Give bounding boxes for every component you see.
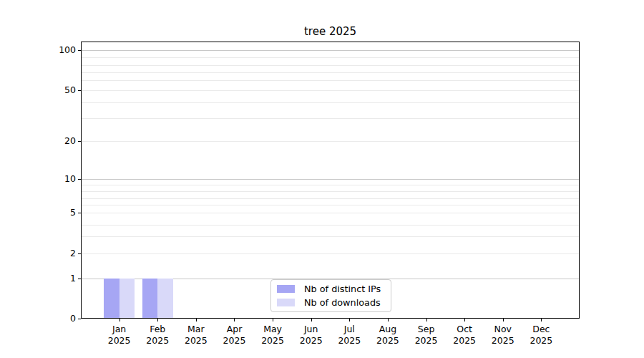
bar-distinct-ips — [142, 279, 157, 319]
y-tick-label: 2 — [29, 248, 76, 259]
gridline-minor — [81, 72, 580, 73]
gridline-minor — [81, 141, 580, 142]
x-tick-mark — [119, 319, 120, 321]
gridline-minor — [81, 205, 580, 205]
chart-figure: tree 2025 Nb of distinct IPs Nb of downl… — [0, 0, 644, 358]
y-tick-mark — [78, 319, 81, 319]
legend-item-distinct-ips: Nb of distinct IPs — [271, 282, 391, 296]
gridline-minor — [81, 253, 580, 254]
x-tick-mark — [503, 319, 504, 321]
x-tick-mark — [349, 319, 350, 321]
gridline-minor — [81, 225, 580, 226]
plot-area — [81, 42, 580, 319]
gridline-major — [81, 50, 580, 51]
bar-downloads — [157, 279, 172, 319]
gridline-minor — [81, 80, 580, 81]
y-tick-label: 100 — [29, 44, 76, 56]
y-tick-label: 5 — [29, 207, 76, 218]
y-tick-label: 50 — [29, 84, 76, 96]
distinct-ips-swatch-icon — [277, 285, 295, 293]
x-tick-mark — [311, 319, 312, 321]
gridline-major — [81, 179, 580, 180]
legend-label: Nb of distinct IPs — [304, 284, 381, 294]
gridline-minor — [81, 191, 580, 192]
legend-item-downloads: Nb of downloads — [271, 296, 391, 309]
x-tick-label: Dec2025 — [512, 324, 570, 347]
gridline-minor — [81, 198, 580, 199]
chart-legend: Nb of distinct IPs Nb of downloads — [270, 279, 391, 312]
x-tick-mark — [541, 319, 542, 321]
x-tick-month: Dec — [512, 324, 570, 335]
x-tick-mark — [196, 319, 197, 321]
bar-distinct-ips — [104, 279, 119, 319]
gridline-minor — [81, 90, 580, 91]
gridline-minor — [81, 118, 580, 119]
downloads-swatch-icon — [277, 299, 295, 306]
x-tick-mark — [388, 319, 389, 321]
bar-downloads — [119, 279, 135, 319]
x-tick-mark — [426, 319, 427, 321]
x-tick-mark — [157, 319, 158, 321]
y-tick-label: 20 — [29, 135, 76, 147]
gridline-minor — [81, 236, 580, 237]
gridline-minor — [81, 185, 580, 185]
x-tick-mark — [234, 319, 235, 321]
chart-title: tree 2025 — [81, 25, 580, 38]
gridline-minor — [81, 102, 580, 103]
gridline-minor — [81, 213, 580, 213]
y-tick-label: 0 — [29, 313, 76, 324]
x-tick-mark — [464, 319, 465, 321]
y-tick-label: 10 — [29, 173, 76, 185]
legend-label: Nb of downloads — [304, 297, 381, 308]
gridline-minor — [81, 65, 580, 66]
gridline-minor — [81, 57, 580, 58]
x-tick-mark — [273, 319, 273, 321]
y-tick-label: 1 — [29, 273, 76, 284]
x-tick-year: 2025 — [512, 335, 570, 347]
